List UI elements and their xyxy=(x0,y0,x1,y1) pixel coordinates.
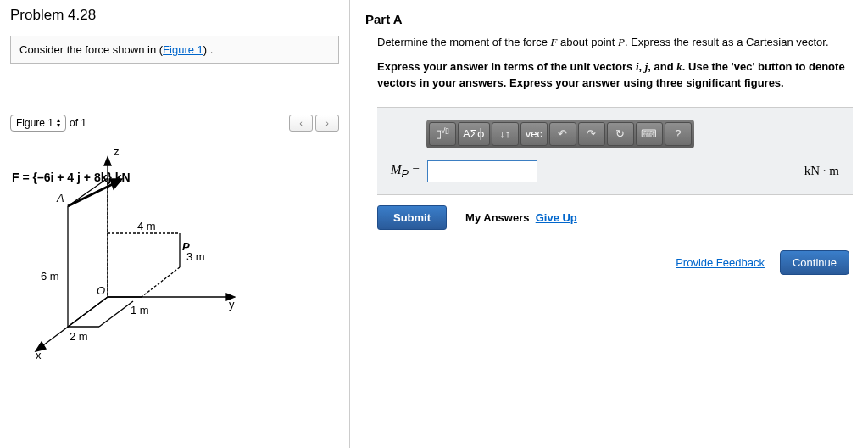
svg-text:1 m: 1 m xyxy=(131,304,149,316)
figure-prev-button[interactable]: ‹ xyxy=(289,115,313,132)
help-button[interactable]: ? xyxy=(665,122,692,146)
svg-line-10 xyxy=(68,182,116,206)
right-panel: Part A Determine the moment of the force… xyxy=(350,0,868,448)
svg-text:y: y xyxy=(229,298,235,311)
svg-marker-1 xyxy=(104,157,111,165)
svg-line-6 xyxy=(68,297,108,327)
figure-header: Figure 1 ▴▾ of 1 ‹ › xyxy=(10,115,339,132)
provide-feedback-link[interactable]: Provide Feedback xyxy=(676,256,765,269)
give-up-link[interactable]: Give Up xyxy=(536,211,577,224)
svg-text:O: O xyxy=(97,284,105,297)
submit-row: Submit My Answers Give Up xyxy=(377,205,853,230)
svg-text:3 m: 3 m xyxy=(186,250,205,263)
continue-button[interactable]: Continue xyxy=(780,250,849,275)
part-title: Part A xyxy=(365,12,853,26)
answer-input[interactable] xyxy=(427,160,537,182)
svg-text:2 m: 2 m xyxy=(70,330,88,343)
updown-icon: ▴▾ xyxy=(57,118,60,128)
svg-line-17 xyxy=(99,301,133,327)
greek-button[interactable]: ΑΣϕ xyxy=(458,122,490,146)
formula-toolbar: ▯√▯ ΑΣϕ ↓↑ vec ↶ ↷ ↻ ⌨ ? xyxy=(426,120,694,148)
left-panel: Problem 4.28 Consider the force shown in… xyxy=(0,0,350,448)
svg-text:4 m: 4 m xyxy=(137,220,156,232)
svg-line-14 xyxy=(142,267,180,297)
problem-statement-box: Consider the force shown in (Figure 1) . xyxy=(10,36,339,64)
part-instructions: Express your answer in terms of the unit… xyxy=(377,59,853,92)
svg-text:z: z xyxy=(114,145,120,158)
submit-button[interactable]: Submit xyxy=(377,205,447,230)
keyboard-button[interactable]: ⌨ xyxy=(636,122,663,146)
figure-selector[interactable]: Figure 1 ▴▾ xyxy=(10,115,66,132)
figure-current: Figure 1 xyxy=(16,117,53,129)
figure-link[interactable]: Figure 1 xyxy=(163,43,203,56)
undo-button[interactable]: ↶ xyxy=(549,122,576,146)
arrows-button[interactable]: ↓↑ xyxy=(492,122,519,146)
reset-button[interactable]: ↻ xyxy=(607,122,634,146)
svg-text:6 m: 6 m xyxy=(41,270,59,283)
svg-text:A: A xyxy=(56,192,64,204)
mp-label: MP = xyxy=(391,163,420,180)
part-statement: Determine the moment of the force F abou… xyxy=(377,35,853,51)
footer-row: Provide Feedback Continue xyxy=(365,250,853,275)
vec-button[interactable]: vec xyxy=(520,122,548,146)
template-button[interactable]: ▯√▯ xyxy=(429,122,456,146)
unit-label: kN · m xyxy=(804,164,839,178)
redo-button[interactable]: ↷ xyxy=(578,122,605,146)
svg-text:x: x xyxy=(36,349,42,361)
figure-of-text: of 1 xyxy=(70,117,86,129)
consider-suffix: ) . xyxy=(203,43,214,56)
my-answers-text: My Answers xyxy=(465,211,529,224)
consider-prefix: Consider the force shown in ( xyxy=(19,43,163,56)
figure-diagram: F = {–6i + 4 j + 8k} kN xyxy=(10,140,248,361)
force-vector-label: F = {–6i + 4 j + 8k} kN xyxy=(12,171,131,185)
problem-title: Problem 4.28 xyxy=(10,7,339,24)
figure-next-button[interactable]: › xyxy=(315,115,339,132)
answers-links: My Answers Give Up xyxy=(465,211,577,224)
answer-area: ▯√▯ ΑΣϕ ↓↑ vec ↶ ↷ ↻ ⌨ ? MP = kN · m xyxy=(377,107,853,195)
